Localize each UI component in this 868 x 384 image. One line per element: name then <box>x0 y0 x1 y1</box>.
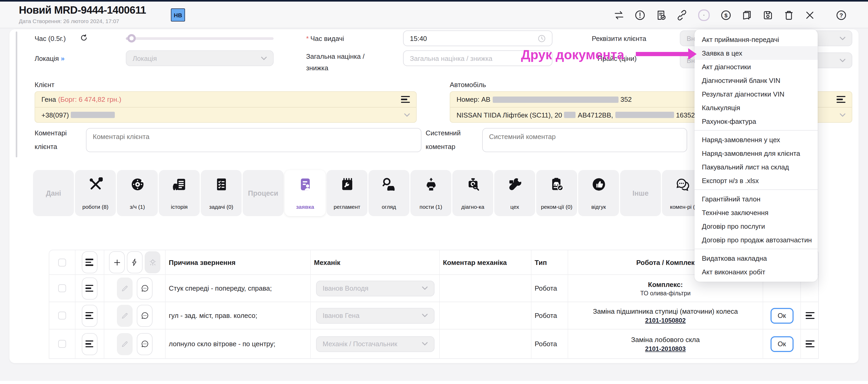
work-title: Заміна лобового скла <box>631 335 700 343</box>
menu-item[interactable]: Видаткова накладна <box>694 251 818 265</box>
copy-icon[interactable] <box>741 9 753 21</box>
tab-diagnostika[interactable]: діагно-ка <box>452 170 493 216</box>
quick-action-button[interactable] <box>127 251 143 273</box>
ok-button[interactable]: Ок <box>770 336 793 352</box>
slider-handle[interactable] <box>127 34 136 42</box>
menu-item[interactable]: Результат діагностики VIN <box>694 87 818 101</box>
tab-istoriya[interactable]: історія <box>159 170 200 216</box>
close-icon[interactable] <box>804 9 815 21</box>
work-link[interactable]: 2101-1050802 <box>593 317 738 324</box>
edit-icon[interactable] <box>117 333 133 355</box>
add-row-button[interactable] <box>109 251 125 273</box>
system-comment-label-2: коментар <box>426 143 455 151</box>
mechanic-select[interactable]: Механік / Постачальник <box>316 336 434 352</box>
issue-time-input[interactable]: 15:40 <box>403 30 553 46</box>
menu-item-highlighted[interactable]: Заявка в цех <box>694 46 818 60</box>
comment-icon[interactable] <box>137 304 153 327</box>
table-row: лопнуло скло вітрове - по центру; Механі… <box>49 329 818 358</box>
menu-item[interactable]: Наряд-замовлення для клієнта <box>694 146 818 160</box>
tab-tseh[interactable]: цех <box>494 170 535 216</box>
edit-icon[interactable] <box>117 304 133 327</box>
row-menu-button[interactable] <box>82 277 97 299</box>
menu-item[interactable]: Гарантійний талон <box>694 192 818 206</box>
client-comments-input[interactable] <box>86 128 422 152</box>
vehicle-model: NISSAN TIIDA Ліфтбек (SC11), 20 <box>457 111 562 119</box>
row-checkbox[interactable] <box>58 340 66 348</box>
alert-icon[interactable] <box>634 9 646 21</box>
tab-protsesy[interactable]: Процеси <box>243 170 284 216</box>
col-reason: Причина звернення <box>169 258 236 266</box>
payment-icon[interactable]: $ <box>720 9 732 21</box>
tab-reglament[interactable]: регламент <box>327 170 367 216</box>
tab-dani[interactable]: Дані <box>33 170 74 216</box>
menu-item[interactable]: Технічне заключення <box>694 206 818 219</box>
row-drag-icon[interactable] <box>806 312 814 319</box>
menu-item[interactable]: Експорт н/з в .xlsx <box>694 174 818 187</box>
scrollbar[interactable] <box>16 31 17 157</box>
tab-zch[interactable]: з/ч (1) <box>117 170 158 216</box>
menu-item[interactable]: Калькуляція <box>694 101 818 114</box>
tab-vidguk[interactable]: відгук <box>578 170 619 216</box>
refresh-icon[interactable] <box>80 34 88 44</box>
menu-item[interactable]: Діагностичний бланк VIN <box>694 73 818 87</box>
request-doc-icon <box>298 177 312 191</box>
client-menu-icon[interactable] <box>401 96 410 103</box>
row-checkbox[interactable] <box>58 284 66 292</box>
menu-item[interactable]: Наряд-замовлення у цех <box>694 133 818 146</box>
select-all-checkbox[interactable] <box>58 258 66 266</box>
document-check-icon[interactable] <box>655 9 667 21</box>
delete-icon[interactable] <box>783 9 795 21</box>
mechanic-comment-cell[interactable] <box>440 275 531 302</box>
row-drag-icon[interactable] <box>806 340 814 348</box>
row-menu-button[interactable] <box>82 304 97 327</box>
tab-posty[interactable]: пости (1) <box>410 170 451 216</box>
menu-item[interactable]: Договір про послуги <box>694 219 818 233</box>
mechanic-comment-cell[interactable] <box>440 302 531 329</box>
mechanic-select[interactable]: Іванов Гена <box>316 308 434 323</box>
help-icon[interactable]: ? <box>836 9 847 21</box>
row-menu-button[interactable] <box>82 333 97 355</box>
reason-text: гул - зад. міст, прав. колесо; <box>169 312 257 320</box>
menu-item[interactable]: Акт приймання-передачі <box>694 32 818 46</box>
type-text: Робота <box>535 284 557 292</box>
tab-rekomendatsii[interactable]: реком-ції (0) <box>536 170 577 216</box>
transfer-icon[interactable] <box>613 9 625 21</box>
print-icon[interactable] <box>698 9 710 21</box>
row-checkbox[interactable] <box>58 312 66 320</box>
mechanic-select[interactable]: Іванов Володя <box>316 280 434 296</box>
work-link[interactable]: 2101-2010803 <box>631 345 700 352</box>
menu-item[interactable]: Договір про продаж автозапчастин <box>694 233 818 246</box>
save-icon[interactable] <box>762 9 774 21</box>
menu-item[interactable]: Пакувальний лист на склад <box>694 160 818 174</box>
link-icon[interactable] <box>676 9 688 21</box>
recommendations-clipboard-icon <box>550 177 564 191</box>
client-comments-label-2: клієнта <box>35 143 57 151</box>
menu-item[interactable]: Акт діагностики <box>694 60 818 73</box>
markup-input[interactable]: Загальна націнка / знижка <box>403 50 553 66</box>
ok-button[interactable]: Ок <box>770 308 793 323</box>
vehicle-menu-icon[interactable] <box>837 96 845 103</box>
location-select[interactable]: Локація <box>126 50 274 66</box>
comment-icon[interactable] <box>137 333 153 355</box>
mechanic-comment-cell[interactable] <box>440 329 531 358</box>
status-badge[interactable]: НВ <box>171 8 185 22</box>
auto-assign-button[interactable] <box>145 251 160 273</box>
menu-item[interactable]: Акт виконаних робіт <box>694 265 818 278</box>
tab-zayavka[interactable]: заявка <box>285 170 326 216</box>
tab-oglyad[interactable]: огляд <box>369 170 409 216</box>
client-comments-label: Коментарі <box>35 129 67 137</box>
vehicle-plate: Номер: АВ <box>457 95 490 104</box>
edit-icon[interactable] <box>117 277 133 299</box>
table-menu-button[interactable] <box>82 251 97 273</box>
expand-chevrons-icon[interactable]: » <box>61 55 64 62</box>
tab-zadachi[interactable]: задачі (0) <box>201 170 242 216</box>
duration-slider[interactable] <box>126 37 274 40</box>
client-name-row[interactable]: Гена (Борг: 6 474,82 грн.) <box>35 92 416 107</box>
menu-item[interactable]: Рахунок-фактура <box>694 114 818 128</box>
tab-roboty[interactable]: роботи (8) <box>75 170 116 216</box>
client-phone-row[interactable]: +38(097) <box>35 107 416 122</box>
tab-inshe[interactable]: Інше <box>620 170 661 216</box>
system-comment-input[interactable] <box>482 128 687 152</box>
print-documents-menu: Акт приймання-передачі Заявка в цех Акт … <box>694 29 818 282</box>
comment-icon[interactable] <box>137 277 153 299</box>
